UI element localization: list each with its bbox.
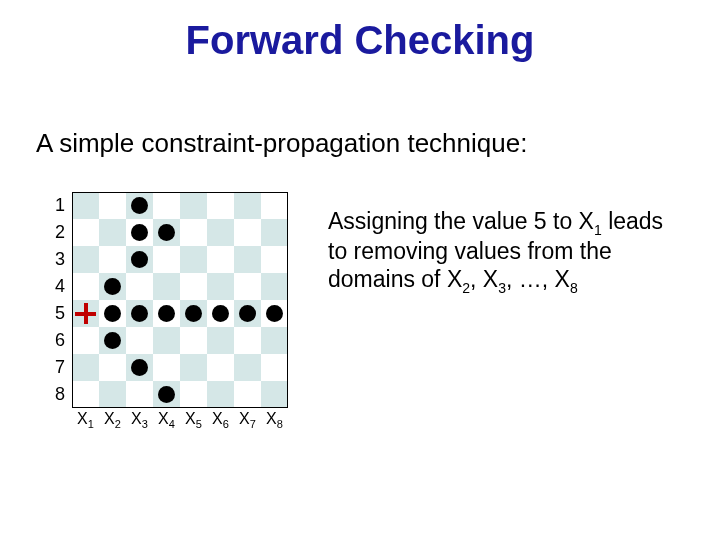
eliminated-dot-icon xyxy=(185,305,202,322)
board-square xyxy=(126,381,153,408)
slide-title: Forward Checking xyxy=(0,18,720,63)
board-square xyxy=(126,219,153,246)
board-square xyxy=(261,273,288,300)
board-square xyxy=(153,300,180,327)
board-square xyxy=(261,246,288,273)
row-label: 8 xyxy=(55,384,65,405)
eliminated-dot-icon xyxy=(158,224,175,241)
board-square xyxy=(99,219,126,246)
eliminated-dot-icon xyxy=(131,224,148,241)
board-square xyxy=(180,219,207,246)
board-square xyxy=(153,354,180,381)
blurb-sub: 8 xyxy=(570,280,578,296)
board-square xyxy=(180,354,207,381)
blurb-part: , X xyxy=(470,266,498,292)
board-square xyxy=(261,354,288,381)
board-square xyxy=(99,354,126,381)
blurb-part: Assigning the value 5 to X xyxy=(328,208,594,234)
chessboard: 12345678X1X2X3X4X5X6X7X8 xyxy=(48,192,288,432)
board-square xyxy=(153,246,180,273)
board-square xyxy=(261,219,288,246)
board-square xyxy=(72,354,99,381)
board-square xyxy=(153,219,180,246)
eliminated-dot-icon xyxy=(131,197,148,214)
board-square xyxy=(99,246,126,273)
board-square xyxy=(180,192,207,219)
eliminated-dot-icon xyxy=(131,359,148,376)
board-square xyxy=(99,327,126,354)
board-square xyxy=(207,192,234,219)
blurb-sub: 1 xyxy=(594,222,602,238)
board-square xyxy=(234,300,261,327)
eliminated-dot-icon xyxy=(158,305,175,322)
col-label: X7 xyxy=(239,410,256,430)
eliminated-dot-icon xyxy=(266,305,283,322)
board-square xyxy=(72,192,99,219)
board-square xyxy=(153,327,180,354)
row-label: 1 xyxy=(55,195,65,216)
board-square xyxy=(99,273,126,300)
board-square xyxy=(72,219,99,246)
row-label: 7 xyxy=(55,357,65,378)
board-square xyxy=(72,381,99,408)
board-square xyxy=(126,273,153,300)
board-square xyxy=(126,300,153,327)
board-square xyxy=(126,246,153,273)
eliminated-dot-icon xyxy=(104,332,121,349)
board-square xyxy=(99,192,126,219)
board-square xyxy=(207,273,234,300)
board-square xyxy=(234,354,261,381)
col-label: X6 xyxy=(212,410,229,430)
board-square xyxy=(207,246,234,273)
board-square xyxy=(126,354,153,381)
board-square xyxy=(180,327,207,354)
row-label: 3 xyxy=(55,249,65,270)
board-square xyxy=(180,300,207,327)
col-label: X5 xyxy=(185,410,202,430)
board-square xyxy=(72,273,99,300)
eliminated-dot-icon xyxy=(212,305,229,322)
blurb-part: , …, X xyxy=(506,266,570,292)
board-square xyxy=(234,327,261,354)
board-square xyxy=(207,327,234,354)
row-label: 6 xyxy=(55,330,65,351)
blurb-sub: 2 xyxy=(462,280,470,296)
board-square xyxy=(261,327,288,354)
eliminated-dot-icon xyxy=(104,278,121,295)
board-square xyxy=(234,246,261,273)
col-label: X3 xyxy=(131,410,148,430)
board-square xyxy=(261,192,288,219)
board-square xyxy=(153,381,180,408)
board-square xyxy=(234,219,261,246)
board-square xyxy=(207,300,234,327)
explanation-text: Assigning the value 5 to X1 leads to rem… xyxy=(328,208,688,296)
col-label: X1 xyxy=(77,410,94,430)
row-label: 5 xyxy=(55,303,65,324)
board-square xyxy=(72,327,99,354)
eliminated-dot-icon xyxy=(104,305,121,322)
board-square xyxy=(234,381,261,408)
slide-subtitle: A simple constraint-propagation techniqu… xyxy=(36,128,527,159)
row-label: 4 xyxy=(55,276,65,297)
board-square xyxy=(207,354,234,381)
col-label: X8 xyxy=(266,410,283,430)
assigned-cross-icon xyxy=(72,300,99,327)
board-square xyxy=(153,192,180,219)
board-square xyxy=(180,246,207,273)
col-label: X2 xyxy=(104,410,121,430)
board-square xyxy=(180,381,207,408)
board-square xyxy=(234,192,261,219)
row-label: 2 xyxy=(55,222,65,243)
board-square xyxy=(99,381,126,408)
board-square xyxy=(72,246,99,273)
eliminated-dot-icon xyxy=(131,251,148,268)
board-square xyxy=(126,192,153,219)
board-square xyxy=(72,300,99,327)
board-square xyxy=(207,381,234,408)
board-square xyxy=(261,300,288,327)
blurb-sub: 3 xyxy=(498,280,506,296)
board-square xyxy=(99,300,126,327)
eliminated-dot-icon xyxy=(158,386,175,403)
board-square xyxy=(153,273,180,300)
board-square xyxy=(126,327,153,354)
